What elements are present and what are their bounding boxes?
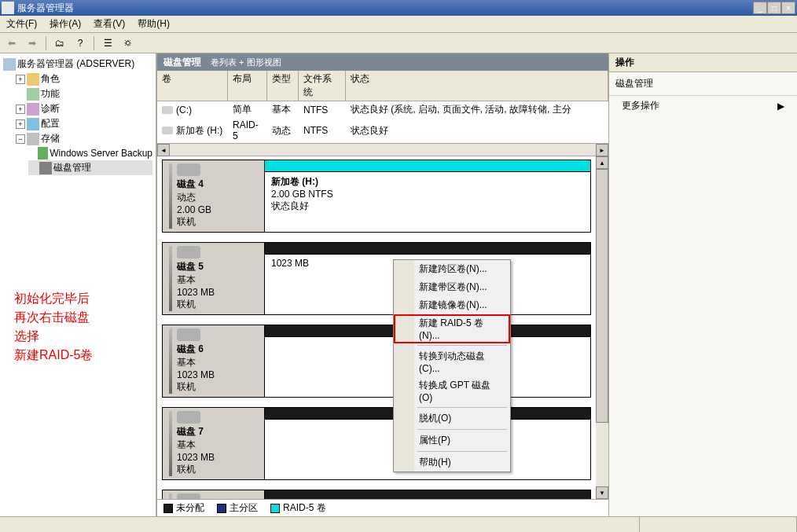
disk-row[interactable]: 磁盘 4动态2.00 GB联机新加卷 (H:)2.00 GB NTFS状态良好 [162,160,591,233]
menu-action[interactable]: 操作(A) [43,16,87,32]
content-header: 磁盘管理 卷列表 + 图形视图 [157,53,608,71]
expander-icon[interactable]: − [16,134,25,144]
h-scrollbar[interactable]: ◄ ► [157,143,608,156]
col-status[interactable]: 状态 [346,71,608,101]
cm-new-mirror[interactable]: 新建镜像卷(N)... [394,296,510,314]
feature-icon [27,88,39,101]
tree-root-label: 服务器管理器 (ADSERVER) [17,57,134,71]
volume-row[interactable]: (C:)简单基本NTFS状态良好 (系统, 启动, 页面文件, 活动, 故障转储… [157,101,608,118]
tree-diskmgmt[interactable]: 磁盘管理 [28,160,152,175]
backup-icon [38,147,48,160]
actions-header: 操作 [609,53,797,72]
cm-new-raid5[interactable]: 新建 RAID-5 卷(N)... [394,314,510,343]
volume-icon [162,106,173,114]
menu-file[interactable]: 文件(F) [0,16,43,32]
settings-button[interactable]: ⛭ [119,35,137,52]
cm-help[interactable]: 帮助(H) [394,453,510,471]
disk-device-icon [177,163,200,176]
disk-row[interactable]: 磁盘 5基本1023 MB联机1023 MB [162,242,591,315]
role-icon [27,73,39,86]
legend: 未分配 主分区 RAID-5 卷 [157,499,608,516]
disk-partition[interactable]: 1023 MB未分配 [265,490,590,499]
disk-info[interactable]: 磁盘 8基本1023 MB联机 [163,490,265,499]
legend-raid5: RAID-5 卷 [270,501,326,515]
disk-device-icon [177,493,200,499]
graphical-view: 磁盘 4动态2.00 GB联机新加卷 (H:)2.00 GB NTFS状态良好磁… [157,156,596,499]
disk-row[interactable]: 磁盘 7基本1023 MB联机 [162,407,591,480]
tree-config[interactable]: +配置 [16,116,152,131]
tree-features[interactable]: 功能 [16,86,152,101]
storage-icon [27,133,39,145]
tree-storage[interactable]: −存储 [16,131,152,146]
nav-forward-button: ➡ [24,35,41,52]
legend-primary: 主分区 [217,501,258,515]
col-type[interactable]: 类型 [267,71,299,101]
close-button[interactable]: × [781,2,795,14]
cm-convert-gpt[interactable]: 转换成 GPT 磁盘(O) [394,376,510,405]
content-pane: 磁盘管理 卷列表 + 图形视图 卷 布局 类型 文件系统 状态 (C:)简单基本… [157,53,608,516]
context-menu: 新建跨区卷(N)... 新建带区卷(N)... 新建镜像卷(N)... 新建 R… [393,259,511,472]
volume-table: 卷 布局 类型 文件系统 状态 (C:)简单基本NTFS状态良好 (系统, 启动… [157,71,608,156]
disk-partition[interactable]: 新加卷 (H:)2.00 GB NTFS状态良好 [265,160,590,232]
scroll-left-button[interactable]: ◄ [157,144,170,156]
title-bar: 服务器管理器 _ □ × [0,0,797,16]
app-icon [2,2,14,14]
v-scrollbar[interactable]: ▲ ▼ [596,156,608,499]
disk-device-icon [177,328,200,341]
disk-info[interactable]: 磁盘 7基本1023 MB联机 [163,408,265,479]
server-icon [3,58,16,71]
disk-row[interactable]: 磁盘 8基本1023 MB联机1023 MB未分配 [162,490,591,499]
actions-pane: 操作 磁盘管理 更多操作 ▶ [608,53,797,516]
maximize-button[interactable]: □ [767,2,781,14]
view-button[interactable]: ☰ [99,35,116,52]
cm-new-striped[interactable]: 新建带区卷(N)... [394,278,510,296]
scroll-right-button[interactable]: ► [596,144,608,156]
cm-offline[interactable]: 脱机(O) [394,409,510,427]
col-volume[interactable]: 卷 [157,71,228,101]
volume-icon [162,127,173,134]
tree-diag[interactable]: +诊断 [16,101,152,116]
tree-backup[interactable]: Windows Server Backup [28,146,152,160]
disk-device-icon [177,246,200,259]
disk-info[interactable]: 磁盘 5基本1023 MB联机 [163,243,265,314]
volume-table-header: 卷 布局 类型 文件系统 状态 [157,71,608,101]
window-title: 服务器管理器 [17,2,74,15]
disk-info[interactable]: 磁盘 4动态2.00 GB联机 [163,160,265,232]
cm-convert-dynamic[interactable]: 转换到动态磁盘(C)... [394,347,510,376]
minimize-button[interactable]: _ [753,2,767,14]
scroll-up-button[interactable]: ▲ [596,156,608,169]
expander-icon[interactable]: + [16,105,25,114]
diag-icon [27,103,39,116]
menu-view[interactable]: 查看(V) [87,16,131,32]
tree-pane: 服务器管理器 (ADSERVER) +角色 功能 +诊断 +配置 −存储 Win… [0,53,157,516]
annotation-text: 初始化完毕后 再次右击磁盘 选择 新建RAID-5卷 [14,289,93,365]
volume-row[interactable]: 新加卷 (H:)RAID-5动态NTFS状态良好 [157,118,608,143]
expander-icon[interactable]: + [16,119,25,129]
col-fs[interactable]: 文件系统 [299,71,346,101]
actions-section-title: 磁盘管理 [609,72,797,96]
content-subtitle: 卷列表 + 图形视图 [211,57,281,68]
col-layout[interactable]: 布局 [228,71,267,101]
legend-unallocated: 未分配 [163,501,204,515]
chevron-right-icon: ▶ [777,101,784,112]
nav-back-button: ⬅ [3,35,20,52]
disk-device-icon [177,411,200,424]
actions-more[interactable]: 更多操作 ▶ [609,96,797,116]
tree-roles[interactable]: +角色 [16,72,152,86]
help-button[interactable]: ? [72,35,89,52]
disk-row[interactable]: 磁盘 6基本1023 MB联机 [162,325,591,398]
refresh-button[interactable]: 🗂 [51,35,68,52]
content-title: 磁盘管理 [163,56,201,69]
expander-icon[interactable]: + [16,75,25,84]
toolbar: ⬅ ➡ 🗂 ? ☰ ⛭ [0,33,797,53]
menu-help[interactable]: 帮助(H) [131,16,176,32]
tree-root-node[interactable]: 服务器管理器 (ADSERVER) [3,57,152,72]
cm-properties[interactable]: 属性(P) [394,431,510,449]
scroll-down-button[interactable]: ▼ [596,486,608,499]
cm-new-spanned[interactable]: 新建跨区卷(N)... [394,260,510,278]
scroll-thumb[interactable] [596,169,608,423]
disk-info[interactable]: 磁盘 6基本1023 MB联机 [163,325,265,397]
status-bar [0,516,797,532]
menu-bar: 文件(F) 操作(A) 查看(V) 帮助(H) [0,16,797,33]
config-icon [27,118,39,130]
